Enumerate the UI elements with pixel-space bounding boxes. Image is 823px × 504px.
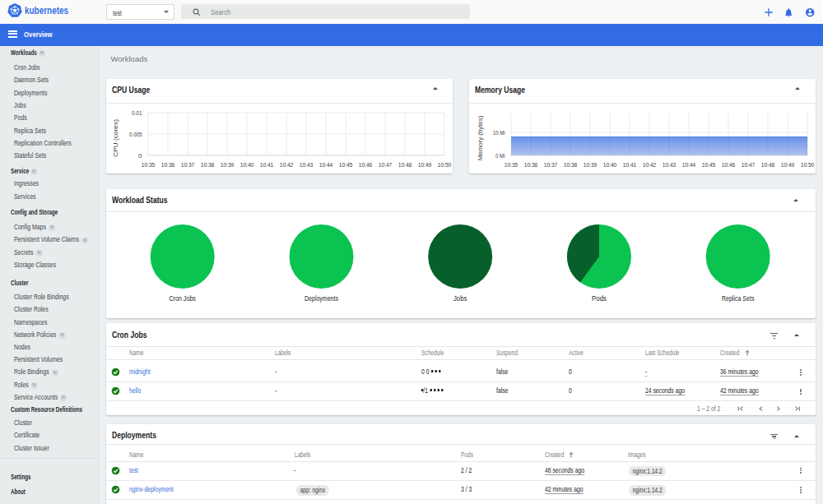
svg-text:0.005: 0.005 xyxy=(129,131,142,138)
svg-text:10:46: 10:46 xyxy=(722,161,736,169)
svg-text:10:48: 10:48 xyxy=(398,161,412,169)
svg-text:0.01: 0.01 xyxy=(132,109,142,117)
svg-text:0 Mi: 0 Mi xyxy=(495,152,505,160)
svg-text:10:39: 10:39 xyxy=(221,161,235,169)
svg-text:Cron Jobs: Cron Jobs xyxy=(169,294,196,303)
svg-text:10:42: 10:42 xyxy=(280,161,294,169)
svg-text:0: 0 xyxy=(138,152,142,160)
svg-text:10:46: 10:46 xyxy=(359,161,373,169)
svg-text:10:43: 10:43 xyxy=(300,161,314,169)
svg-text:10:42: 10:42 xyxy=(643,161,657,169)
svg-text:10:47: 10:47 xyxy=(742,161,756,169)
svg-text:10:47: 10:47 xyxy=(379,161,393,169)
svg-text:10 Mi: 10 Mi xyxy=(493,129,505,136)
svg-text:10:38: 10:38 xyxy=(201,161,215,169)
svg-text:10:43: 10:43 xyxy=(663,161,677,169)
svg-text:Deployments: Deployments xyxy=(305,294,338,303)
svg-text:10:44: 10:44 xyxy=(682,161,696,169)
svg-text:10:40: 10:40 xyxy=(603,161,617,169)
svg-text:10:41: 10:41 xyxy=(623,161,637,169)
svg-text:10:35: 10:35 xyxy=(142,161,156,169)
svg-text:10:36: 10:36 xyxy=(161,161,175,169)
svg-text:10:37: 10:37 xyxy=(544,161,558,169)
svg-text:Pods: Pods xyxy=(592,294,607,303)
svg-text:Jobs: Jobs xyxy=(453,294,467,303)
svg-text:10:49: 10:49 xyxy=(781,161,795,169)
svg-text:10:40: 10:40 xyxy=(240,161,254,169)
svg-text:10:38: 10:38 xyxy=(564,161,578,169)
svg-text:Replica Sets: Replica Sets xyxy=(722,294,755,303)
svg-text:10:41: 10:41 xyxy=(260,161,274,169)
svg-text:10:48: 10:48 xyxy=(761,161,775,169)
svg-text:10:39: 10:39 xyxy=(584,161,597,169)
svg-text:Memory (bytes): Memory (bytes) xyxy=(477,115,484,160)
svg-text:10:45: 10:45 xyxy=(339,161,353,169)
svg-text:10:50: 10:50 xyxy=(801,161,815,169)
svg-text:10:50: 10:50 xyxy=(438,161,452,169)
svg-text:CPU (cores): CPU (cores) xyxy=(112,119,119,157)
svg-text:10:36: 10:36 xyxy=(524,161,538,169)
svg-text:10:45: 10:45 xyxy=(702,161,716,169)
svg-text:10:44: 10:44 xyxy=(319,161,333,169)
svg-text:10:35: 10:35 xyxy=(504,161,518,169)
svg-text:10:49: 10:49 xyxy=(418,161,432,169)
svg-text:10:37: 10:37 xyxy=(181,161,195,169)
